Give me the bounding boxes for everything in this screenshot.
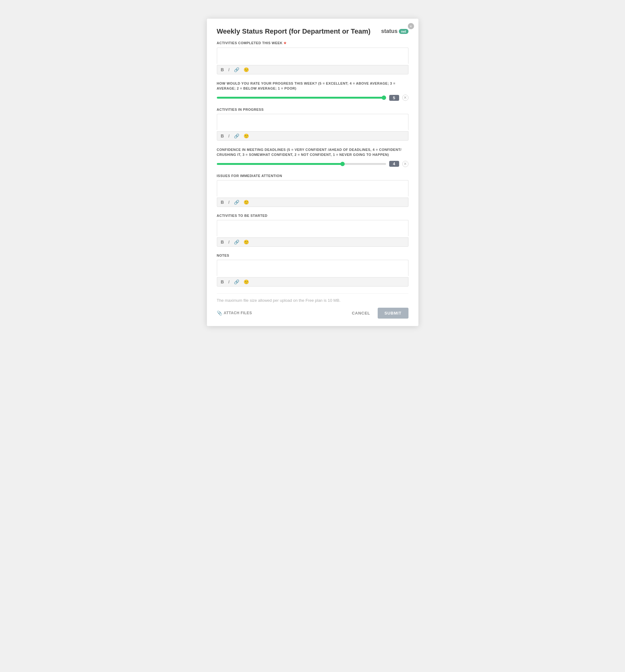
emoji-btn-5[interactable]: 🙂: [243, 279, 249, 284]
confidence-rating-section: CONFIDENCE IN MEETING DEADLINES (5 = VER…: [217, 147, 408, 167]
progress-rating-label: HOW WOULD YOU RATE YOUR PROGRESS THIS WE…: [217, 81, 408, 91]
activities-completed-field: ACTIVITIES COMPLETED THIS WEEK★ B I 🔗 🙂: [217, 41, 408, 74]
modal-header: Weekly Status Report (for Department or …: [217, 27, 408, 35]
footer-info-text: The maximum file size allowed per upload…: [217, 298, 408, 303]
emoji-btn-2[interactable]: 🙂: [243, 134, 249, 139]
notes-field: NOTES B I 🔗 🙂: [217, 254, 408, 287]
bold-btn-2[interactable]: B: [220, 134, 224, 139]
issues-textarea[interactable]: [217, 180, 408, 196]
progress-rating-slider[interactable]: [217, 97, 386, 99]
emoji-btn-3[interactable]: 🙂: [243, 200, 249, 205]
submit-button[interactable]: SUBMIT: [378, 308, 408, 318]
link-btn-2[interactable]: 🔗: [233, 134, 240, 139]
footer-actions: 📎 ATTACH FILES CANCEL SUBMIT: [217, 308, 408, 318]
issues-field: ISSUES FOR IMMEDIATE ATTENTION B I 🔗 🙂: [217, 174, 408, 207]
activities-completed-textarea[interactable]: [217, 48, 408, 64]
confidence-rating-clear[interactable]: ×: [402, 161, 408, 167]
bold-btn-1[interactable]: B: [220, 67, 224, 72]
activities-started-label: ACTIVITIES TO BE STARTED: [217, 214, 408, 217]
progress-rating-clear[interactable]: ×: [402, 95, 408, 101]
notes-toolbar: B I 🔗 🙂: [217, 277, 408, 287]
italic-btn-4[interactable]: I: [228, 240, 230, 244]
confidence-rating-value: 4: [389, 161, 399, 167]
activities-in-progress-toolbar: B I 🔗 🙂: [217, 131, 408, 141]
close-button[interactable]: ×: [408, 23, 414, 29]
italic-btn-2[interactable]: I: [228, 134, 230, 139]
attach-files-button[interactable]: 📎 ATTACH FILES: [217, 311, 252, 315]
italic-btn-1[interactable]: I: [228, 67, 230, 72]
link-btn-3[interactable]: 🔗: [233, 200, 240, 205]
confidence-rating-slider[interactable]: [217, 163, 386, 165]
activities-in-progress-field: ACTIVITIES IN PROGRESS B I 🔗 🙂: [217, 107, 408, 141]
link-btn-5[interactable]: 🔗: [233, 279, 240, 284]
activities-started-toolbar: B I 🔗 🙂: [217, 237, 408, 247]
activities-completed-toolbar: B I 🔗 🙂: [217, 65, 408, 74]
attach-label: ATTACH FILES: [224, 311, 252, 315]
progress-rating-section: HOW WOULD YOU RATE YOUR PROGRESS THIS WE…: [217, 81, 408, 101]
activities-in-progress-textarea[interactable]: [217, 114, 408, 130]
action-buttons-group: CANCEL SUBMIT: [347, 308, 408, 318]
activities-started-textarea[interactable]: [217, 220, 408, 236]
brand-text: status: [381, 28, 398, 34]
issues-label: ISSUES FOR IMMEDIATE ATTENTION: [217, 174, 408, 178]
attach-icon: 📎: [217, 311, 222, 315]
italic-btn-5[interactable]: I: [228, 279, 230, 284]
bold-btn-3[interactable]: B: [220, 200, 224, 205]
close-icon: ×: [410, 24, 412, 28]
emoji-btn-1[interactable]: 🙂: [243, 67, 249, 72]
modal-container: × Weekly Status Report (for Department o…: [207, 19, 418, 326]
modal-title: Weekly Status Report (for Department or …: [217, 27, 370, 35]
cancel-button[interactable]: CANCEL: [347, 308, 375, 318]
italic-btn-3[interactable]: I: [228, 200, 230, 205]
issues-toolbar: B I 🔗 🙂: [217, 197, 408, 207]
link-btn-4[interactable]: 🔗: [233, 240, 240, 244]
bold-btn-4[interactable]: B: [220, 240, 224, 244]
notes-textarea[interactable]: [217, 260, 408, 276]
activities-started-field: ACTIVITIES TO BE STARTED B I 🔗 🙂: [217, 214, 408, 247]
progress-rating-row: 5 ×: [217, 95, 408, 101]
emoji-btn-4[interactable]: 🙂: [243, 240, 249, 244]
brand-badge: net: [399, 29, 408, 34]
footer-divider: [217, 293, 408, 294]
confidence-rating-row: 4 ×: [217, 161, 408, 167]
bold-btn-5[interactable]: B: [220, 279, 224, 284]
activities-in-progress-label: ACTIVITIES IN PROGRESS: [217, 107, 408, 111]
confidence-rating-label: CONFIDENCE IN MEETING DEADLINES (5 = VER…: [217, 147, 408, 157]
notes-label: NOTES: [217, 254, 408, 257]
link-btn-1[interactable]: 🔗: [233, 67, 240, 72]
progress-rating-value: 5: [389, 95, 399, 101]
brand-logo: status net: [381, 28, 408, 34]
required-star: ★: [283, 41, 287, 45]
activities-completed-label: ACTIVITIES COMPLETED THIS WEEK★: [217, 41, 408, 45]
